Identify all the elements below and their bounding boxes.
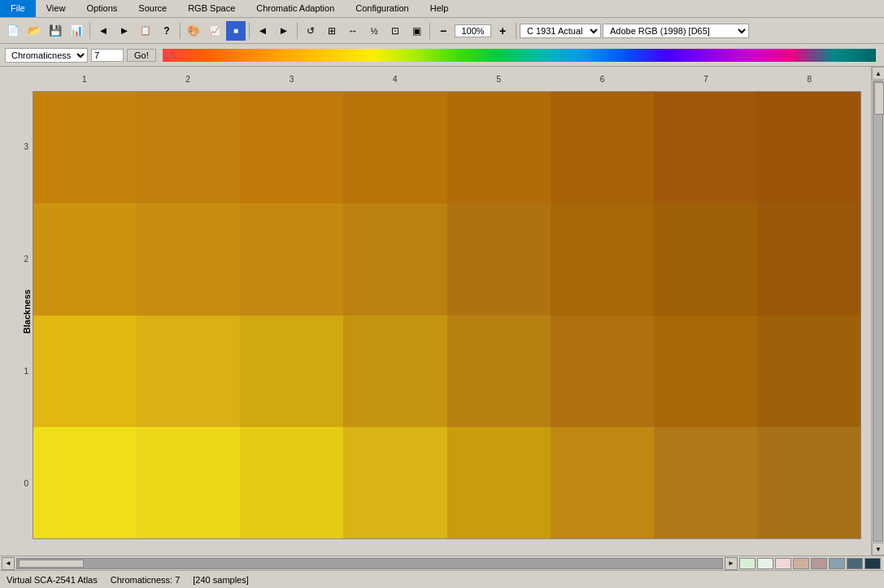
- grid-cell-1-7[interactable]: [757, 203, 860, 315]
- grid-cell-2-0[interactable]: [33, 316, 137, 427]
- arrow-right-button[interactable]: ►: [274, 21, 294, 41]
- prev-button[interactable]: ◄: [94, 21, 113, 41]
- scroll-right-button[interactable]: ►: [725, 557, 738, 570]
- grid-cell-1-2[interactable]: [240, 203, 343, 315]
- grid-cell-0-5[interactable]: [551, 92, 654, 203]
- grid-cell-2-4[interactable]: [447, 316, 551, 427]
- horizontal-scroll-thumb[interactable]: [19, 560, 84, 568]
- sep2: [180, 23, 181, 39]
- options-bar: Chromaticness Go!: [0, 44, 884, 67]
- grid-cell-2-7[interactable]: [757, 316, 860, 427]
- color-gradient-bar: [163, 49, 876, 62]
- grid-cell-1-6[interactable]: [654, 203, 757, 315]
- samples-label: [240 samples]: [193, 575, 248, 585]
- main-area: ▲ ▼ Blackness 3 2 1 0 1 2 3 4 5 6 7: [0, 67, 884, 555]
- menu-help[interactable]: Help: [420, 0, 459, 17]
- color-swatches-panel: [738, 556, 882, 571]
- blue-square-button[interactable]: ■: [226, 21, 246, 41]
- grid-cell-0-4[interactable]: [447, 92, 551, 203]
- grid-cell-0-6[interactable]: [654, 92, 757, 203]
- half-button[interactable]: ½: [364, 21, 384, 41]
- resize-button[interactable]: ↔: [343, 21, 363, 41]
- color-wheel-button[interactable]: 🎨: [184, 21, 203, 41]
- rotate-button[interactable]: ↺: [301, 21, 320, 41]
- go-button[interactable]: Go!: [127, 49, 156, 62]
- swatch-7[interactable]: [864, 558, 881, 569]
- grid-cell-2-5[interactable]: [551, 316, 654, 427]
- grid-cell-0-0[interactable]: [33, 92, 137, 203]
- chart-container: Blackness 3 2 1 0 1 2 3 4 5 6 7 8: [0, 67, 869, 555]
- menu-configuration[interactable]: Configuration: [345, 0, 419, 17]
- export-button[interactable]: 📊: [67, 21, 86, 41]
- colorspace-dropdown2[interactable]: Adobe RGB (1998) [D65]: [603, 24, 749, 38]
- grid-cell-3-6[interactable]: [654, 427, 757, 538]
- sep1: [89, 23, 90, 39]
- dimension-select[interactable]: Chromaticness: [5, 48, 88, 63]
- grid-cell-0-7[interactable]: [757, 92, 860, 203]
- sep6: [516, 23, 516, 39]
- next-button[interactable]: ►: [115, 21, 134, 41]
- sep4: [297, 23, 298, 39]
- new-button[interactable]: 📄: [3, 21, 23, 41]
- colorspace-dropdown1[interactable]: C 1931 Actual: [520, 24, 601, 38]
- scroll-down-button[interactable]: ▼: [872, 542, 884, 555]
- menu-view[interactable]: View: [36, 0, 76, 17]
- grid-cell-1-5[interactable]: [551, 203, 654, 315]
- swatch-4[interactable]: [811, 558, 827, 569]
- bottom-scrollbar: ◄ ►: [0, 555, 884, 570]
- menu-source[interactable]: Source: [128, 0, 177, 17]
- grid-cell-0-3[interactable]: [343, 92, 446, 203]
- expand-button[interactable]: ⊡: [385, 21, 405, 41]
- horizontal-scroll-track: [16, 558, 723, 569]
- grid-cell-2-1[interactable]: [137, 316, 240, 427]
- curve-button[interactable]: 📈: [205, 21, 224, 41]
- value-input[interactable]: [91, 49, 124, 62]
- grid-button[interactable]: ⊞: [322, 21, 342, 41]
- swatch-3[interactable]: [793, 558, 809, 569]
- x-tick-7: 7: [654, 75, 757, 84]
- swatch-2[interactable]: [775, 558, 791, 569]
- grid-cell-2-3[interactable]: [343, 316, 446, 427]
- menu-file[interactable]: File: [0, 0, 36, 17]
- sep3: [249, 23, 250, 39]
- grid-cell-0-1[interactable]: [137, 92, 240, 203]
- menu-options[interactable]: Options: [76, 0, 128, 17]
- menu-bar: File View Options Source RGB Space Chrom…: [0, 0, 884, 18]
- layers-button[interactable]: ▣: [407, 21, 426, 41]
- scroll-up-button[interactable]: ▲: [872, 67, 884, 80]
- x-tick-2: 2: [136, 75, 239, 84]
- grid-cell-3-2[interactable]: [240, 427, 343, 538]
- grid-cell-1-1[interactable]: [137, 203, 240, 315]
- grid-cell-1-4[interactable]: [447, 203, 551, 315]
- x-axis-ticks: 1 2 3 4 5 6 7 8: [33, 75, 861, 84]
- swatch-1[interactable]: [757, 558, 773, 569]
- menu-chromatic-adaption[interactable]: Chromatic Adaption: [246, 0, 345, 17]
- swatch-5[interactable]: [829, 558, 845, 569]
- grid-cell-0-2[interactable]: [240, 92, 343, 203]
- grid-cell-2-2[interactable]: [240, 316, 343, 427]
- menu-rgb-space[interactable]: RGB Space: [177, 0, 246, 17]
- grid-cell-3-3[interactable]: [343, 427, 446, 538]
- grid-cell-3-4[interactable]: [447, 427, 551, 538]
- info-button[interactable]: 📋: [136, 21, 155, 41]
- open-button[interactable]: 📂: [24, 21, 44, 41]
- grid-cell-1-0[interactable]: [33, 203, 137, 315]
- zoom-minus-button[interactable]: −: [433, 21, 453, 41]
- x-tick-5: 5: [447, 75, 551, 84]
- help-button[interactable]: ?: [157, 21, 176, 41]
- save-button[interactable]: 💾: [46, 21, 65, 41]
- grid-cell-3-1[interactable]: [137, 427, 240, 538]
- x-tick-8: 8: [758, 75, 861, 84]
- zoom-plus-button[interactable]: +: [493, 21, 512, 41]
- arrow-left-button[interactable]: ◄: [253, 21, 272, 41]
- swatch-6[interactable]: [847, 558, 863, 569]
- grid-cell-2-6[interactable]: [654, 316, 757, 427]
- scroll-left-button[interactable]: ◄: [2, 557, 15, 570]
- x-tick-6: 6: [551, 75, 654, 84]
- grid-cell-3-0[interactable]: [33, 427, 137, 538]
- grid-cell-3-5[interactable]: [551, 427, 654, 538]
- grid-cell-1-3[interactable]: [343, 203, 446, 315]
- scroll-thumb[interactable]: [874, 82, 884, 115]
- grid-cell-3-7[interactable]: [757, 427, 860, 538]
- swatch-0[interactable]: [739, 558, 756, 569]
